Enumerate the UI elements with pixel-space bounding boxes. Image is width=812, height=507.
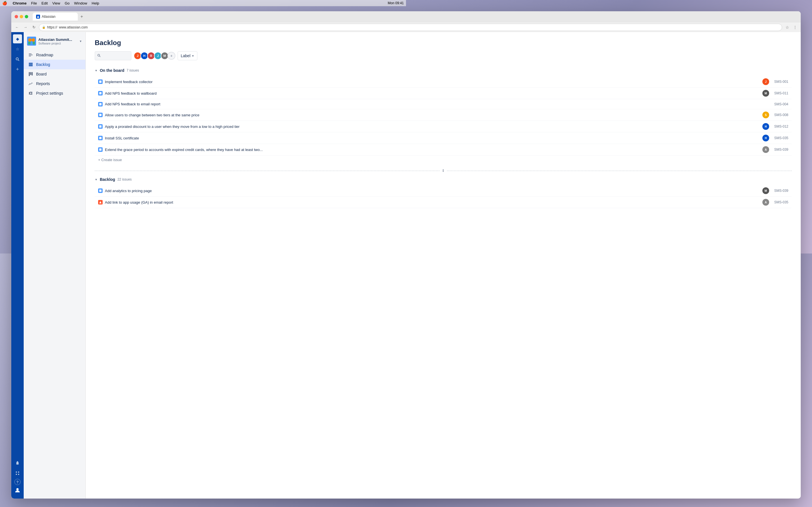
section-header-backlog[interactable]: ▼ Backlog 22 issues [95, 175, 406, 184]
section-header-on-the-board[interactable]: ▼ On the board 7 issues [95, 66, 406, 75]
menu-edit[interactable]: Edit [42, 1, 48, 5]
menu-window[interactable]: Window [74, 1, 87, 5]
sidebar: Atlassian Summit... Software project ▼ R… [24, 32, 86, 253]
menu-file[interactable]: File [31, 1, 37, 5]
svg-rect-11 [28, 42, 31, 45]
svg-rect-24 [99, 80, 101, 83]
svg-rect-13 [29, 54, 32, 54]
issue-row[interactable]: Add NPS feedback to wallboard M SMS-011 [95, 88, 406, 99]
avatar-add-button[interactable]: + [167, 52, 175, 60]
section-count-backlog: 22 issues [117, 177, 132, 181]
forward-button[interactable]: → [22, 24, 29, 31]
sidebar-label-reports: Reports [36, 81, 50, 86]
svg-rect-14 [29, 55, 33, 55]
svg-point-1 [16, 58, 18, 60]
create-issue-button[interactable]: + Create issue [95, 156, 406, 164]
section-chevron-backlog: ▼ [95, 178, 98, 181]
rail-item-search[interactable] [13, 55, 22, 64]
sidebar-label-backlog: Backlog [36, 62, 50, 67]
search-icon [97, 54, 101, 58]
menu-view[interactable]: View [52, 1, 60, 5]
project-info: Atlassian Summit... Software project [38, 38, 77, 45]
url-domain: www.atlassian.com [59, 25, 88, 29]
issue-row[interactable]: Add analytics to pricing page M SMS-039 [95, 185, 406, 196]
issue-type-icon [98, 102, 103, 107]
svg-rect-18 [29, 65, 33, 66]
svg-rect-12 [33, 42, 35, 45]
section-count-on-the-board: 7 issues [126, 68, 139, 72]
create-issue-label: + Create issue [98, 158, 122, 162]
svg-point-22 [98, 54, 100, 56]
close-button[interactable] [15, 15, 18, 18]
issue-title: Extend the grace period to accounts with… [105, 148, 406, 152]
page-title: Backlog [95, 39, 406, 47]
issue-row[interactable]: Add NPS feedback to email report SMS-004 [95, 99, 406, 109]
rail-item-home[interactable]: ◆ [13, 34, 22, 43]
svg-rect-29 [99, 137, 101, 139]
issue-type-icon [98, 79, 103, 84]
sidebar-label-roadmap: Roadmap [36, 53, 53, 57]
menu-chrome[interactable]: Chrome [13, 1, 27, 5]
sidebar-item-project-settings[interactable]: Project settings [24, 89, 86, 98]
issue-type-icon [98, 91, 103, 96]
menu-go[interactable]: Go [64, 1, 69, 5]
main-toolbar: J H R J M + Label ▼ [95, 51, 406, 60]
rail-item-create[interactable]: + [13, 65, 22, 74]
issue-row[interactable]: Apply a prorated discount to a user when… [95, 121, 406, 132]
issue-type-icon [98, 188, 103, 193]
rail-item-star[interactable]: ☆ [13, 45, 22, 54]
main-content: Backlog J H R J M + [86, 32, 406, 253]
issue-type-icon [98, 124, 103, 129]
tab-favicon [36, 15, 40, 18]
label-dropdown-text: Label [181, 54, 190, 58]
maximize-button[interactable] [25, 15, 28, 18]
issue-title: Add link to app usage (GA) in email repo… [105, 200, 406, 205]
svg-marker-0 [37, 15, 39, 18]
svg-rect-31 [99, 189, 101, 192]
menubar-clock: Mon 09:41 [388, 1, 404, 5]
issue-row[interactable]: Install SSL certificate H SMS-035 [95, 132, 406, 144]
svg-rect-20 [30, 72, 31, 75]
apple-menu[interactable]: 🍎 [2, 1, 7, 5]
sidebar-item-roadmap[interactable]: Roadmap [24, 50, 86, 60]
issue-row[interactable]: Implement feedback collector J SMS-001 [95, 76, 406, 88]
svg-rect-15 [29, 56, 31, 56]
section-backlog: ▼ Backlog 22 issues Add analytics to pri… [95, 175, 406, 208]
section-title-on-the-board: On the board [100, 68, 124, 73]
traffic-lights [15, 15, 28, 18]
label-chevron-icon: ▼ [192, 54, 194, 57]
reload-button[interactable]: ↻ [31, 24, 37, 31]
issue-title: Add NPS feedback to wallboard [105, 91, 406, 96]
menu-help[interactable]: Help [92, 1, 99, 5]
section-divider: ⇕ [95, 166, 406, 175]
nav-rail: ◆ ☆ + [11, 32, 24, 253]
project-avatar [27, 37, 36, 46]
issue-title: Apply a prorated discount to a user when… [105, 124, 406, 129]
svg-rect-26 [99, 103, 101, 105]
security-icon: 🔒 [42, 25, 45, 29]
svg-rect-27 [99, 114, 101, 116]
search-box[interactable] [95, 51, 132, 60]
divider-line-left [95, 171, 406, 171]
svg-rect-16 [29, 63, 33, 64]
minimize-button[interactable] [20, 15, 23, 18]
issue-row[interactable]: Add link to app usage (GA) in email repo… [95, 196, 406, 208]
address-bar[interactable]: 🔒 https:// www.atlassian.com [39, 24, 406, 31]
issue-row[interactable]: Allow users to change between two tiers … [95, 109, 406, 121]
project-header[interactable]: Atlassian Summit... Software project ▼ [24, 34, 86, 48]
svg-rect-19 [29, 72, 30, 76]
label-dropdown[interactable]: Label ▼ [177, 51, 197, 60]
sidebar-item-board[interactable]: Board [24, 69, 86, 79]
roadmap-icon [28, 52, 33, 57]
sidebar-nav: Roadmap Backlog [24, 50, 86, 98]
svg-rect-25 [99, 92, 101, 94]
back-button[interactable]: ← [13, 24, 20, 31]
issue-row[interactable]: Extend the grace period to accounts with… [95, 144, 406, 156]
issue-type-icon [98, 200, 103, 205]
new-tab-button[interactable]: + [78, 13, 86, 20]
browser-tab[interactable]: Atlassian [33, 13, 78, 20]
sidebar-item-reports[interactable]: Reports [24, 79, 86, 89]
svg-point-10 [32, 38, 35, 42]
sidebar-item-backlog[interactable]: Backlog [24, 60, 86, 69]
svg-rect-17 [29, 64, 33, 65]
